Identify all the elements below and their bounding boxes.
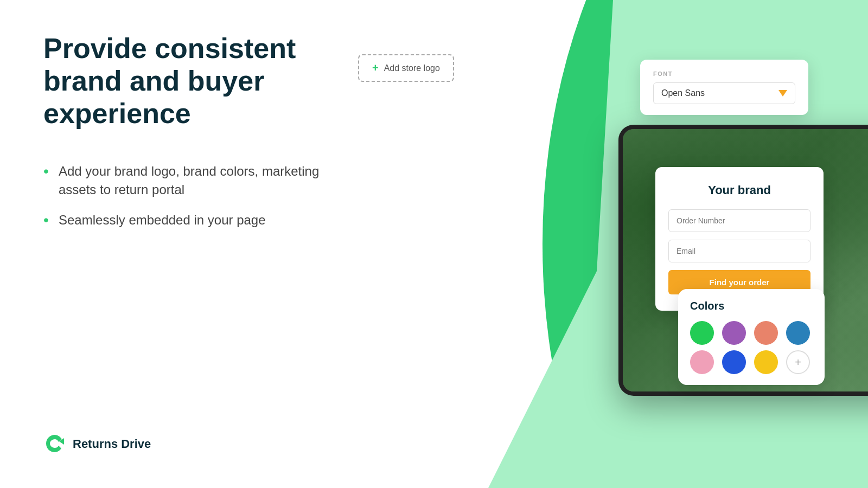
color-swatch-dark-blue[interactable] bbox=[722, 350, 746, 374]
font-dropdown-arrow-icon bbox=[778, 90, 787, 97]
colors-panel: Colors + bbox=[678, 289, 825, 385]
email-input[interactable] bbox=[668, 240, 810, 262]
headline: Provide consistent brand and buyer exper… bbox=[43, 33, 347, 130]
bullet-item-2: Seamlessly embedded in your page bbox=[43, 211, 347, 229]
page-container: Provide consistent brand and buyer exper… bbox=[0, 0, 868, 488]
order-number-input[interactable] bbox=[668, 209, 810, 232]
bullet-list: Add your brand logo, brand colors, marke… bbox=[43, 162, 347, 229]
left-section: Provide consistent brand and buyer exper… bbox=[43, 33, 347, 241]
bullet-item-1: Add your brand logo, brand colors, marke… bbox=[43, 162, 347, 198]
color-swatch-coral[interactable] bbox=[754, 321, 778, 345]
add-store-logo-button[interactable]: + Add store logo bbox=[358, 54, 454, 82]
color-swatch-pink[interactable] bbox=[690, 350, 714, 374]
color-swatch-green[interactable] bbox=[690, 321, 714, 345]
font-select-row[interactable]: Open Sans bbox=[653, 82, 795, 104]
font-panel-label: FONT bbox=[653, 70, 795, 77]
logo-area: Returns Drive bbox=[43, 433, 151, 455]
brand-card-title: Your brand bbox=[668, 183, 810, 197]
color-swatch-purple[interactable] bbox=[722, 321, 746, 345]
color-add-button[interactable]: + bbox=[786, 350, 810, 374]
font-select-value: Open Sans bbox=[661, 88, 778, 98]
font-panel: FONT Open Sans bbox=[640, 60, 808, 115]
colors-panel-title: Colors bbox=[690, 300, 813, 312]
returns-drive-logo-icon bbox=[43, 433, 66, 455]
logo-text: Returns Drive bbox=[73, 437, 151, 451]
add-logo-label: Add store logo bbox=[384, 63, 440, 73]
tablet-wrapper: + Add store logo Your brand Find your or… bbox=[304, 49, 792, 374]
color-swatch-yellow[interactable] bbox=[754, 350, 778, 374]
color-grid: + bbox=[690, 321, 813, 374]
plus-icon: + bbox=[372, 62, 379, 74]
color-swatch-blue[interactable] bbox=[786, 321, 810, 345]
